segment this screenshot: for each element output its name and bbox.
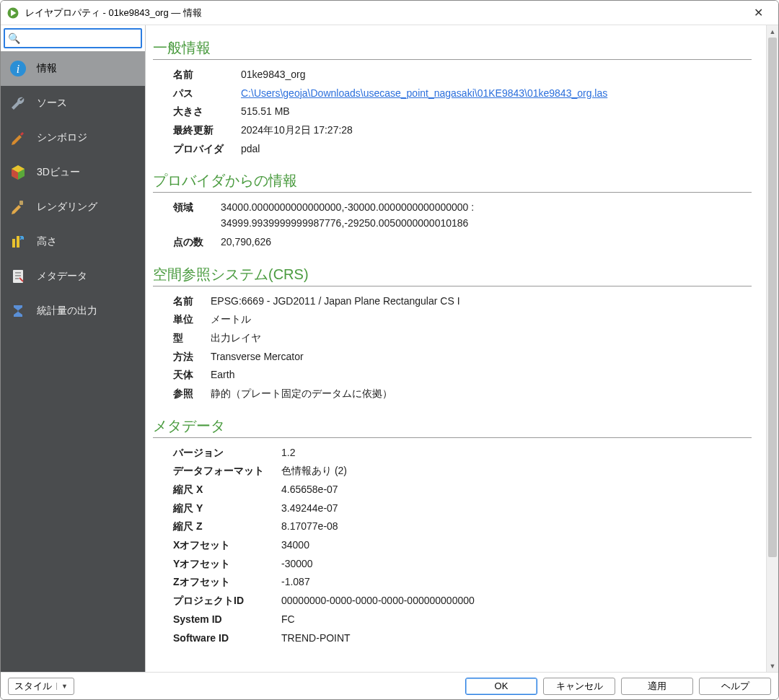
search-input[interactable] [23,33,144,44]
scroll-down-icon[interactable]: ▼ [767,660,778,672]
general-table: 名前01ke9843_org パスC:\Users\geoja\Download… [173,66,615,158]
label: 縮尺 Y [173,499,281,518]
value: Earth [211,366,467,385]
value: メートル [211,310,467,329]
value: EPSG:6669 - JGD2011 / Japan Plane Rectan… [211,292,467,311]
value: 34000.0000000000000000,-30000.0000000000… [221,198,481,232]
nav-label: メタデータ [37,270,87,283]
value: TREND-POINT [281,629,482,648]
cancel-button[interactable]: キャンセル [543,678,615,695]
label: 方法 [173,348,211,367]
nav-label: 3Dビュー [37,166,80,179]
label: Zオフセット [173,573,281,592]
paintbrush-icon [9,198,27,216]
brush-icon [9,129,27,146]
apply-button[interactable]: 適用 [621,678,693,695]
window-title: レイヤプロパティ - 01ke9843_org — 情報 [25,6,744,19]
info-icon: i [9,60,27,77]
value: 515.51 MB [241,102,615,121]
scroll-up-icon[interactable]: ▲ [767,25,778,38]
label: 縮尺 X [173,481,281,499]
section-provider-title: プロバイダからの情報 [153,171,752,193]
search-icon: 🔍 [8,32,20,44]
nav-item-elevation[interactable]: 高さ [1,224,145,259]
sigma-icon [9,302,27,320]
value: 20,790,626 [221,233,481,252]
path-link[interactable]: C:\Users\geoja\Downloads\usecase_point_n… [241,87,607,99]
nav-item-source[interactable]: ソース [1,86,145,121]
nav-label: レンダリング [37,201,97,214]
value: 34000 [281,536,482,555]
label: 名前 [173,292,211,311]
value: 静的（プレート固定のデータムに依拠） [211,385,467,403]
value: Transverse Mercator [211,348,467,367]
label: 領域 [173,198,221,232]
value: 4.65658e-07 [281,481,482,499]
label: Xオフセット [173,536,281,555]
nav-label: シンボロジ [37,131,87,144]
nav-label: 統計量の出力 [37,305,97,318]
nav-list: i 情報 ソース シンボロジ 3Dビュー レンダリング 高さ [1,51,145,672]
section-general-title: 一般情報 [153,38,752,60]
vertical-scrollbar[interactable]: ▲ ▼ [766,25,778,672]
help-button[interactable]: ヘルプ [699,678,771,695]
label: Software ID [173,629,281,648]
value: 色情報あり (2) [281,462,482,481]
nav-item-statistics[interactable]: 統計量の出力 [1,294,145,328]
crs-table: 名前EPSG:6669 - JGD2011 / Japan Plane Rect… [173,292,467,403]
cube-icon [9,164,27,181]
section-meta-title: メタデータ [153,416,752,438]
label: パス [173,84,241,103]
nav-label: ソース [37,97,67,110]
scrollbar-thumb[interactable] [768,38,777,557]
content-panel: 一般情報 名前01ke9843_org パスC:\Users\geoja\Dow… [146,25,766,672]
nav-item-rendering[interactable]: レンダリング [1,190,145,224]
label: プロジェクトID [173,592,281,611]
footer-bar: スタイル ▼ OK キャンセル 適用 ヘルプ [1,672,778,699]
section-crs-title: 空間参照システム(CRS) [153,265,752,286]
search-box[interactable]: 🔍 [4,28,142,48]
value: FC [281,611,482,629]
provider-table: 領域34000.0000000000000000,-30000.00000000… [173,198,481,251]
value: -1.087 [281,573,482,592]
wrench-icon [9,95,27,112]
label: 型 [173,329,211,348]
main-area: 🔍 i 情報 ソース シンボロジ 3Dビュー レンダ [1,25,778,672]
elevation-icon [9,233,27,250]
value: 01ke9843_org [241,66,615,84]
label: 縮尺 Z [173,517,281,536]
label: 単位 [173,310,211,329]
ok-button[interactable]: OK [465,678,537,695]
chevron-down-icon: ▼ [56,683,68,690]
label: 天体 [173,366,211,385]
label: 点の数 [173,233,221,252]
label: System ID [173,611,281,629]
svg-text:i: i [17,63,19,75]
label: プロバイダ [173,140,241,159]
nav-label: 高さ [37,235,57,248]
style-dropdown[interactable]: スタイル ▼ [8,678,74,695]
label: バージョン [173,444,281,463]
nav-item-info[interactable]: i 情報 [1,51,145,86]
label: データフォーマット [173,462,281,481]
value: 3.49244e-07 [281,499,482,518]
qgis-icon [6,6,19,19]
value: pdal [241,140,615,159]
svg-rect-3 [19,201,23,205]
value: 8.17077e-08 [281,517,482,536]
document-icon [9,268,27,285]
value: 出力レイヤ [211,329,467,348]
label: 大きさ [173,102,241,121]
sidebar: 🔍 i 情報 ソース シンボロジ 3Dビュー レンダ [1,25,145,672]
nav-item-3dview[interactable]: 3Dビュー [1,155,145,190]
label: 最終更新 [173,121,241,140]
style-label: スタイル [14,680,52,693]
close-icon[interactable]: ✕ [744,6,773,19]
titlebar: レイヤプロパティ - 01ke9843_org — 情報 ✕ [1,1,778,25]
nav-item-symbology[interactable]: シンボロジ [1,121,145,155]
nav-label: 情報 [37,62,57,75]
meta-table: バージョン1.2 データフォーマット色情報あり (2) 縮尺 X4.65658e… [173,444,482,648]
nav-item-metadata[interactable]: メタデータ [1,259,145,294]
value: 1.2 [281,444,482,463]
label: 参照 [173,385,211,403]
